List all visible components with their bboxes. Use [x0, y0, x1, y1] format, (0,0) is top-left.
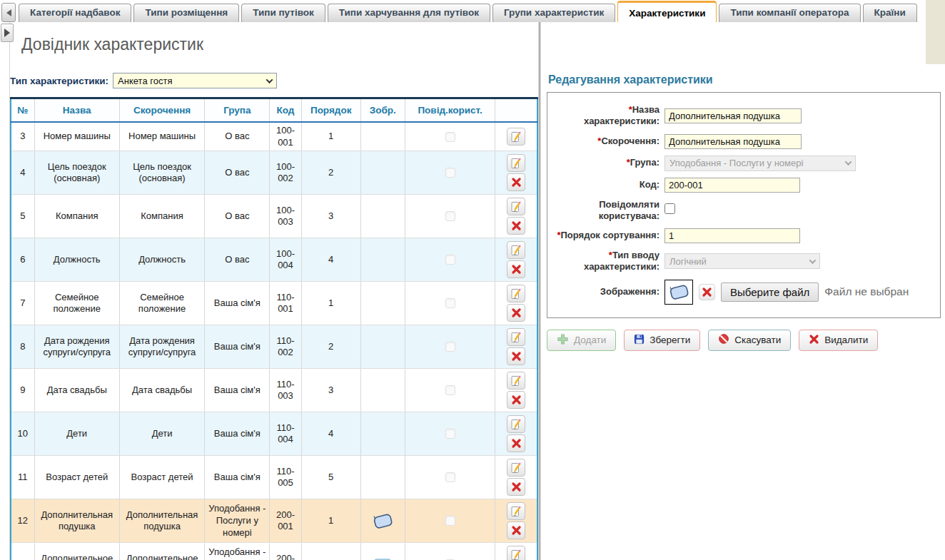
table-row[interactable]: 10ДетиДетиВаша сім'я110-0044: [11, 412, 537, 456]
cell-group: Ваша сім'я: [205, 325, 270, 369]
cell-short-name: Компания: [119, 195, 204, 238]
notify-checkbox-disabled: [445, 472, 455, 482]
cell-group: О вас: [205, 238, 270, 282]
cell-number: 6: [11, 238, 34, 282]
cell-image: [360, 369, 405, 412]
short-name-field[interactable]: [664, 134, 802, 149]
notify-checkbox-disabled: [445, 385, 455, 395]
edit-row-button[interactable]: [507, 372, 525, 390]
cell-short-name: Семейное положение: [119, 282, 204, 325]
cell-short-name: Возраст детей: [119, 456, 204, 499]
cell-actions: [495, 412, 537, 456]
cell-order: 2: [301, 151, 360, 195]
table-row[interactable]: 12Дополнительная подушкаДополнительная п…: [11, 499, 537, 543]
cell-name: Цель поездок (основная): [34, 151, 119, 195]
cancel-action-button[interactable]: Скасувати: [708, 330, 791, 351]
pillow-icon: [371, 515, 394, 526]
delete-row-button[interactable]: [507, 347, 525, 365]
column-header: Зобр.: [360, 98, 405, 123]
characteristic-type-label: Тип характеристики:: [10, 76, 108, 86]
cell-actions: [495, 122, 537, 151]
edit-row-button[interactable]: [507, 502, 525, 520]
cell-actions: [495, 456, 537, 499]
tab-категорії-надбавок[interactable]: Категорії надбавок: [19, 4, 131, 22]
cell-name: Дата свадьбы: [34, 369, 119, 412]
cancel-icon: [718, 333, 729, 347]
edit-row-button[interactable]: [507, 285, 525, 302]
table-row[interactable]: 9Дата свадьбыДата свадьбыВаша сім'я110-0…: [11, 369, 537, 412]
table-row[interactable]: 3Номер машиныНомер машиныО вас100-0011: [11, 122, 537, 151]
image-thumbnail: [664, 280, 693, 305]
tab-типи-розміщення[interactable]: Типи розміщення: [133, 4, 239, 22]
cell-number: 11: [11, 456, 34, 499]
cell-code: 110-002: [270, 325, 301, 369]
name-field[interactable]: [664, 108, 802, 123]
cell-order: 2: [301, 543, 360, 560]
table-row[interactable]: 6ДолжностьДолжностьО вас100-0044: [11, 238, 537, 282]
edit-row-button[interactable]: [507, 459, 525, 477]
notify-user-checkbox[interactable]: [664, 203, 675, 214]
tab-характеристики[interactable]: Характеристики: [617, 1, 717, 22]
group-select: Уподобання - Послуги у номері: [664, 156, 856, 171]
save-action-button[interactable]: Зберегти: [624, 330, 700, 351]
order-field-label: *Порядок сортування:: [552, 230, 664, 241]
cell-notify-user: [405, 412, 495, 456]
column-header: Назва: [34, 98, 119, 123]
choose-file-button[interactable]: Выберите файл: [721, 282, 819, 302]
table-row[interactable]: 13Дополнительное одеялоДополнительное од…: [11, 543, 537, 560]
button-label: Видалити: [824, 335, 868, 345]
cell-name: Возраст детей: [34, 456, 119, 499]
cell-actions: [495, 499, 537, 543]
edit-row-button[interactable]: [507, 415, 525, 433]
table-row[interactable]: 11Возраст детейВозраст детейВаша сім'я11…: [11, 456, 537, 499]
delete-row-button[interactable]: [507, 521, 525, 539]
cell-group: Ваша сім'я: [205, 282, 270, 325]
delete-row-button[interactable]: [507, 217, 525, 235]
code-field[interactable]: [664, 178, 800, 193]
table-row[interactable]: 7Семейное положениеСемейное положениеВаш…: [11, 282, 537, 325]
tab-типи-путівок[interactable]: Типи путівок: [241, 4, 325, 22]
cell-image: [360, 151, 405, 195]
delete-row-button[interactable]: [507, 260, 525, 278]
input-type-select-value: Логічний: [669, 256, 707, 267]
characteristic-type-select[interactable]: Анкета гостя: [113, 73, 277, 88]
edit-row-button[interactable]: [507, 154, 525, 172]
edit-row-button[interactable]: [507, 198, 525, 215]
edit-row-button[interactable]: [507, 128, 525, 146]
tab-типи-компанії-оператора[interactable]: Типи компанії оператора: [719, 4, 860, 22]
sort-order-field[interactable]: [664, 228, 800, 243]
delete-row-button[interactable]: [507, 391, 525, 409]
delete-row-button[interactable]: [507, 173, 525, 191]
cell-order: 1: [301, 282, 360, 325]
cell-code: 110-003: [270, 369, 301, 412]
table-row[interactable]: 5КомпанияКомпанияО вас100-0033: [11, 195, 537, 238]
name-field-label: *Назва характеристики:: [552, 104, 664, 128]
editor-panel: Редагування характеристики *Назва характ…: [541, 22, 945, 560]
column-header: Група: [205, 98, 270, 123]
tab-групи-характеристик[interactable]: Групи характеристик: [492, 4, 615, 22]
scroll-tabs-left-button[interactable]: [1, 3, 16, 22]
delete-row-button[interactable]: [507, 478, 525, 496]
cell-short-name: Дата рождения супруги/супруга: [119, 325, 204, 369]
edit-row-button[interactable]: [507, 241, 525, 259]
delete-action-button[interactable]: Видалити: [799, 330, 878, 351]
panel-left-border: [9, 22, 10, 560]
chevron-down-icon: [266, 76, 273, 83]
cell-image: [360, 543, 405, 560]
remove-image-button[interactable]: [699, 284, 715, 300]
delete-row-button[interactable]: [507, 304, 525, 322]
table-row[interactable]: 8Дата рождения супруги/супругаДата рожде…: [11, 325, 537, 369]
cell-short-name: Дополнительная подушка: [119, 499, 204, 543]
tab-країни[interactable]: Країни: [863, 4, 917, 22]
edit-row-button[interactable]: [507, 546, 525, 560]
table-row[interactable]: 4Цель поездок (основная)Цель поездок (ос…: [11, 151, 537, 195]
cell-order: 3: [301, 195, 360, 238]
cell-code: 110-004: [270, 412, 301, 456]
tab-типи-харчування-для-путівок[interactable]: Типи харчування для путівок: [328, 4, 490, 22]
cell-code: 100-004: [270, 238, 301, 282]
cell-notify-user: [405, 238, 495, 282]
collapse-panel-button[interactable]: [1, 24, 14, 42]
cell-image: [360, 412, 405, 456]
edit-row-button[interactable]: [507, 328, 525, 346]
delete-row-button[interactable]: [507, 434, 525, 452]
